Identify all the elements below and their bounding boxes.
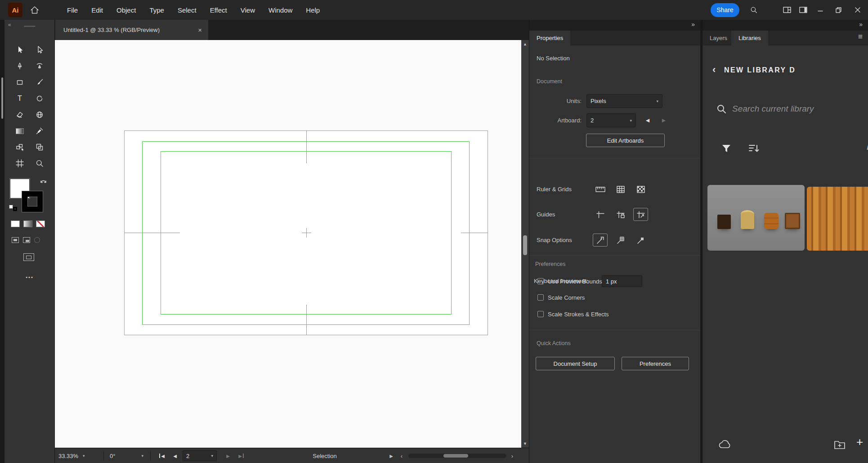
keyboard-increment-input[interactable] bbox=[602, 275, 642, 287]
toolbar-grabber[interactable] bbox=[24, 26, 36, 27]
rotate-tool[interactable] bbox=[30, 90, 49, 107]
panel-menu-icon[interactable]: ≡ bbox=[858, 32, 863, 41]
new-folder-icon-button[interactable] bbox=[834, 440, 846, 451]
selection-tool[interactable] bbox=[10, 42, 30, 58]
transparency-grid-icon-button[interactable] bbox=[633, 183, 648, 196]
lock-guides-icon-button[interactable] bbox=[613, 208, 628, 221]
close-button[interactable] bbox=[847, 0, 868, 20]
restore-button[interactable] bbox=[829, 0, 847, 20]
document-setup-button[interactable]: Document Setup bbox=[536, 357, 615, 370]
arrange-documents-icon-button[interactable] bbox=[795, 0, 811, 20]
tab-libraries[interactable]: Libraries bbox=[731, 31, 768, 45]
vscroll-thumb[interactable] bbox=[523, 235, 527, 255]
gradient-tool[interactable] bbox=[10, 123, 30, 139]
toolbar-collapse-icon[interactable]: « bbox=[8, 22, 11, 28]
filter-icon-button[interactable] bbox=[721, 144, 731, 155]
more-tools-button[interactable]: ••• bbox=[4, 274, 55, 280]
artboard-prev-arrow[interactable]: ◀ bbox=[642, 113, 653, 127]
none-type-button[interactable] bbox=[36, 220, 45, 227]
vscroll-up-icon[interactable]: ▲ bbox=[521, 42, 529, 46]
preferences-button[interactable]: Preferences bbox=[622, 357, 689, 370]
rotation-control[interactable]: 0° ▾ bbox=[110, 448, 143, 463]
collapse-libraries-icon[interactable]: » bbox=[859, 21, 863, 28]
direct-selection-tool[interactable] bbox=[30, 42, 49, 58]
grid-icon-button[interactable] bbox=[613, 183, 628, 196]
free-transform-tool[interactable] bbox=[30, 139, 49, 155]
draw-normal-icon-button[interactable] bbox=[12, 237, 19, 243]
tab-properties[interactable]: Properties bbox=[529, 31, 570, 45]
stroke-swatch[interactable] bbox=[22, 191, 43, 212]
menu-object[interactable]: Object bbox=[110, 6, 143, 14]
artboard-next-arrow[interactable]: ▶ bbox=[658, 113, 670, 127]
artboard-next-button[interactable]: ▶ bbox=[222, 448, 234, 463]
menu-view[interactable]: View bbox=[234, 6, 262, 14]
hscroll-left-icon[interactable]: ‹ bbox=[398, 448, 406, 463]
menu-file[interactable]: File bbox=[60, 6, 85, 14]
statusbar-expand-icon[interactable]: ▶ bbox=[387, 448, 396, 463]
workspace-icon-button[interactable] bbox=[779, 0, 795, 20]
units-dropdown[interactable]: Pixels ▾ bbox=[586, 94, 662, 108]
artboard-first-button[interactable]: ◀ bbox=[156, 448, 167, 463]
swap-fill-stroke-icon[interactable] bbox=[40, 177, 47, 185]
sync-cloud-icon-button[interactable] bbox=[718, 440, 732, 451]
library-item-1[interactable] bbox=[707, 185, 805, 251]
snap-to-point-icon-button[interactable] bbox=[593, 234, 608, 247]
share-button[interactable]: Share bbox=[711, 3, 739, 17]
sort-icon-button[interactable] bbox=[748, 143, 760, 156]
artboard-tool[interactable] bbox=[10, 155, 30, 171]
menu-edit[interactable]: Edit bbox=[85, 6, 110, 14]
artboard-prev-button[interactable]: ◀ bbox=[169, 448, 181, 463]
library-back-icon[interactable]: ‹ bbox=[712, 63, 716, 76]
tab-layers[interactable]: Layers bbox=[702, 31, 734, 45]
screen-mode-button[interactable] bbox=[23, 253, 34, 261]
scale-corners-checkbox[interactable] bbox=[537, 294, 544, 301]
scale-strokes-effects-checkbox[interactable] bbox=[537, 311, 544, 317]
zoom-level-control[interactable]: 33.33% ▾ bbox=[58, 448, 85, 463]
color-type-button[interactable] bbox=[11, 220, 20, 227]
rotate-view-tool[interactable] bbox=[30, 107, 49, 123]
vscroll-down-icon[interactable]: ▼ bbox=[521, 441, 529, 446]
snap-to-guides-icon-button[interactable] bbox=[633, 208, 648, 221]
curvature-tool[interactable] bbox=[30, 58, 49, 74]
paintbrush-tool[interactable] bbox=[30, 74, 49, 90]
minimize-button[interactable] bbox=[811, 0, 829, 20]
default-swatches-icon[interactable] bbox=[9, 205, 17, 211]
hscroll-thumb[interactable] bbox=[443, 454, 468, 458]
artboard-last-button[interactable]: ▶ bbox=[235, 448, 248, 463]
artboard-dropdown[interactable]: 2 ▾ bbox=[586, 113, 636, 127]
document-tab[interactable]: Untitled-1 @ 33.33 % (RGB/Preview) × bbox=[55, 20, 208, 40]
shape-builder-tool[interactable] bbox=[10, 139, 30, 155]
type-tool[interactable]: T bbox=[10, 90, 30, 107]
draw-inside-icon-button[interactable] bbox=[34, 237, 40, 243]
canvas[interactable]: ▲ ▼ bbox=[55, 40, 529, 448]
ruler-icon-button[interactable] bbox=[593, 183, 608, 196]
menu-type[interactable]: Type bbox=[143, 6, 171, 14]
menu-effect[interactable]: Effect bbox=[203, 6, 234, 14]
artboard-number-dropdown[interactable]: 2 ▾ bbox=[183, 450, 217, 461]
gradient-type-button[interactable] bbox=[23, 220, 32, 227]
menu-help[interactable]: Help bbox=[299, 6, 327, 14]
home-icon-button[interactable] bbox=[28, 4, 41, 16]
canvas-vscrollbar[interactable]: ▲ ▼ bbox=[521, 40, 529, 448]
collapse-properties-icon[interactable]: » bbox=[691, 21, 695, 28]
use-preview-bounds-checkbox[interactable] bbox=[537, 278, 544, 284]
draw-behind-icon-button[interactable] bbox=[23, 237, 30, 243]
eyedropper-tool[interactable] bbox=[30, 123, 49, 139]
library-search-input[interactable] bbox=[732, 101, 858, 117]
rectangle-tool[interactable] bbox=[10, 74, 30, 90]
edit-artboards-button[interactable]: Edit Artboards bbox=[586, 134, 665, 147]
library-item-2[interactable] bbox=[807, 187, 868, 251]
canvas-hscrollbar[interactable] bbox=[408, 454, 506, 458]
menu-select[interactable]: Select bbox=[171, 6, 203, 14]
pen-tool[interactable] bbox=[10, 58, 30, 74]
tab-close-icon[interactable]: × bbox=[198, 26, 202, 34]
show-guides-icon-button[interactable] bbox=[593, 208, 608, 221]
add-item-button[interactable]: + bbox=[856, 435, 863, 449]
zoom-tool[interactable] bbox=[30, 155, 49, 171]
search-button[interactable] bbox=[746, 0, 762, 20]
eraser-tool[interactable] bbox=[10, 107, 30, 123]
snap-to-pixel-icon-button[interactable] bbox=[633, 234, 648, 247]
hscroll-right-icon[interactable]: › bbox=[508, 448, 516, 463]
snap-to-grid-icon-button[interactable] bbox=[613, 234, 628, 247]
menu-window[interactable]: Window bbox=[262, 6, 299, 14]
